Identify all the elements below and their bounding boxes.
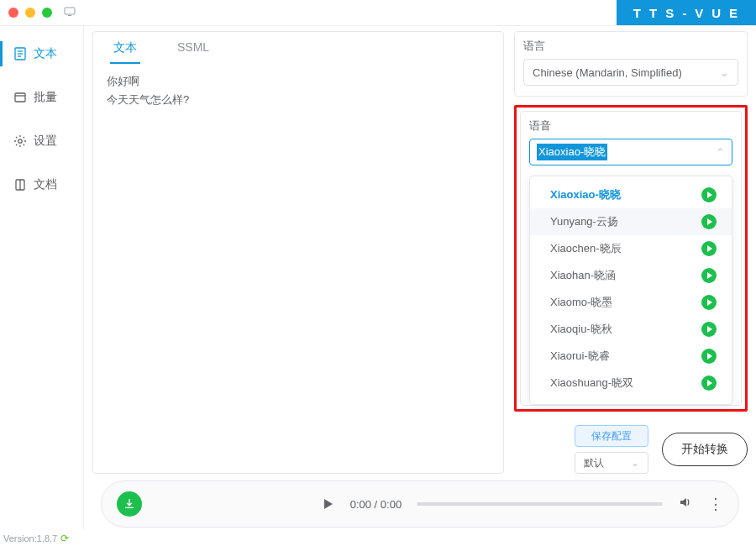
- download-button[interactable]: [117, 491, 142, 517]
- sidebar: 文本 批量 设置 文档: [0, 26, 84, 529]
- preset-select[interactable]: 默认 ⌄: [575, 452, 648, 474]
- voice-label: 语音: [529, 118, 732, 134]
- voice-preview-play-button[interactable]: [701, 187, 717, 202]
- voice-dropdown: Xiaoxiao-晓晓Yunyang-云扬Xiaochen-晓辰Xiaohan-…: [529, 176, 732, 405]
- sidebar-item-text[interactable]: 文本: [0, 41, 83, 66]
- voice-option-label: Xiaoqiu-晓秋: [550, 322, 612, 337]
- audio-player: 0:00 / 0:00 ⋮: [101, 480, 739, 528]
- maximize-window-icon[interactable]: [42, 8, 52, 18]
- monitor-icon: [64, 7, 76, 19]
- batch-icon: [13, 91, 27, 104]
- close-window-icon[interactable]: [8, 8, 18, 18]
- voice-preview-play-button[interactable]: [701, 268, 717, 283]
- player-more-button[interactable]: ⋮: [708, 496, 723, 512]
- voice-option[interactable]: Xiaoqiu-晓秋: [530, 316, 732, 343]
- tab-ssml[interactable]: SSML: [174, 37, 213, 64]
- sidebar-item-label: 设置: [34, 134, 57, 149]
- config-panel: 语言 Chinese (Mandarin, Simplified) ⌄ 语音 X…: [514, 31, 748, 474]
- voice-option-list[interactable]: Xiaoxiao-晓晓Yunyang-云扬Xiaochen-晓辰Xiaohan-…: [530, 176, 732, 404]
- text-panel: 文本 SSML 你好啊 今天天气怎么样?: [92, 31, 504, 474]
- titlebar: TTS-VUE: [0, 0, 756, 25]
- seek-slider[interactable]: [417, 502, 663, 506]
- svg-rect-0: [65, 8, 75, 14]
- sidebar-item-label: 批量: [34, 90, 57, 105]
- chevron-down-icon: ⌄: [631, 457, 639, 469]
- refresh-button[interactable]: ⟳: [60, 533, 69, 544]
- app-brand: TTS-VUE: [617, 0, 756, 25]
- voice-preview-play-button[interactable]: [701, 349, 717, 364]
- voice-option[interactable]: Xiaoxiao-晓晓: [530, 181, 732, 208]
- volume-icon: [678, 495, 693, 510]
- voice-option-label: Yunyang-云扬: [550, 214, 618, 229]
- footer: Version:1.8.7 ⟳: [3, 533, 69, 544]
- voice-value: Xiaoxiao-晓晓: [537, 144, 607, 160]
- save-config-button[interactable]: 保存配置: [575, 425, 648, 447]
- voice-option-label: Xiaomo-晓墨: [550, 295, 612, 310]
- more-vertical-icon: ⋮: [708, 496, 723, 512]
- sidebar-item-docs[interactable]: 文档: [0, 172, 83, 197]
- voice-option-label: Xiaoxiao-晓晓: [550, 187, 621, 202]
- language-select[interactable]: Chinese (Mandarin, Simplified) ⌄: [523, 59, 738, 86]
- voice-select[interactable]: Xiaoxiao-晓晓 ⌃: [529, 139, 732, 165]
- voice-highlight-box: 语音 Xiaoxiao-晓晓 ⌃ Xiaoxiao-晓晓Yunyang-云扬Xi…: [514, 105, 748, 412]
- voice-option[interactable]: Xiaochen-晓辰: [530, 235, 732, 262]
- preset-value: 默认: [584, 456, 604, 470]
- refresh-icon: ⟳: [60, 533, 69, 544]
- voice-preview-play-button[interactable]: [701, 375, 717, 391]
- sidebar-item-label: 文档: [34, 177, 57, 192]
- sidebar-item-label: 文本: [34, 46, 57, 61]
- voice-preview-play-button[interactable]: [701, 241, 717, 256]
- sidebar-item-batch[interactable]: 批量: [0, 85, 83, 110]
- svg-rect-6: [15, 93, 25, 102]
- tab-text[interactable]: 文本: [110, 37, 140, 64]
- voice-option[interactable]: Yunyang-云扬: [530, 208, 732, 235]
- download-icon: [123, 498, 135, 510]
- svg-point-8: [18, 139, 22, 143]
- voice-option[interactable]: Xiaomo-晓墨: [530, 289, 732, 316]
- svg-rect-1: [68, 15, 71, 16]
- voice-option-label: Xiaorui-晓睿: [550, 349, 610, 364]
- chevron-down-icon: ⌄: [720, 66, 729, 79]
- gear-icon: [13, 134, 27, 148]
- voice-option[interactable]: Xiaorui-晓睿: [530, 343, 732, 370]
- voice-group: 语音 Xiaoxiao-晓晓 ⌃ Xiaoxiao-晓晓Yunyang-云扬Xi…: [520, 111, 742, 406]
- voice-option-label: Xiaohan-晓涵: [550, 268, 616, 283]
- language-value: Chinese (Mandarin, Simplified): [533, 66, 682, 79]
- language-group: 语言 Chinese (Mandarin, Simplified) ⌄: [514, 31, 748, 97]
- voice-option[interactable]: Xiaoshuang-晓双: [530, 370, 732, 396]
- voice-option[interactable]: Xiaohan-晓涵: [530, 262, 732, 289]
- voice-preview-play-button[interactable]: [701, 214, 717, 229]
- voice-option-label: Xiaoshuang-晓双: [550, 375, 633, 391]
- start-convert-button[interactable]: 开始转换: [662, 433, 748, 466]
- text-input[interactable]: 你好啊 今天天气怎么样?: [93, 64, 503, 473]
- play-icon: [320, 496, 335, 512]
- play-pause-button[interactable]: [320, 496, 335, 512]
- version-text: Version:1.8.7: [3, 533, 57, 543]
- language-label: 语言: [523, 39, 738, 54]
- chevron-up-icon: ⌃: [716, 146, 725, 159]
- document-text-icon: [13, 47, 27, 60]
- book-icon: [13, 178, 27, 192]
- voice-preview-play-button[interactable]: [701, 295, 717, 310]
- voice-option-label: Xiaochen-晓辰: [550, 241, 622, 256]
- text-tabs: 文本 SSML: [93, 32, 503, 64]
- minimize-window-icon[interactable]: [25, 8, 35, 18]
- volume-button[interactable]: [678, 495, 693, 513]
- player-time: 0:00 / 0:00: [350, 498, 402, 511]
- window-controls: [8, 8, 52, 18]
- voice-preview-play-button[interactable]: [701, 322, 717, 337]
- sidebar-item-settings[interactable]: 设置: [0, 129, 83, 154]
- bottom-controls: 保存配置 默认 ⌄ 开始转换: [514, 420, 748, 474]
